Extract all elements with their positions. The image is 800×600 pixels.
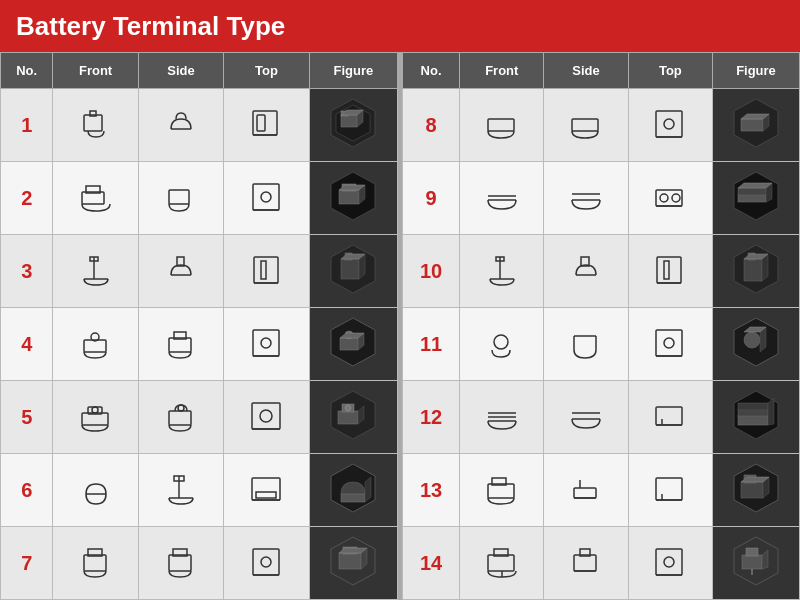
svg-rect-0 — [84, 115, 102, 131]
side-icon-10 — [544, 235, 628, 308]
row-number: 13 — [403, 454, 460, 527]
front-icon-6 — [53, 454, 138, 527]
left-table: No. Front Side Top Figure 1 — [0, 52, 398, 600]
row-number: 11 — [403, 308, 460, 381]
table-row: 12 — [403, 381, 800, 454]
right-header-no: No. — [403, 53, 460, 89]
figure-12 — [712, 381, 799, 454]
right-header-side: Side — [544, 53, 628, 89]
svg-rect-29 — [261, 261, 266, 279]
svg-point-86 — [664, 119, 674, 129]
table-row: 6 — [1, 454, 398, 527]
figure-8 — [712, 89, 799, 162]
table-row: 9 — [403, 162, 800, 235]
page-title: Battery Terminal Type — [16, 11, 285, 42]
table-row: 11 — [403, 308, 800, 381]
side-icon-1 — [138, 89, 223, 162]
svg-rect-102 — [738, 188, 766, 195]
svg-rect-8 — [341, 115, 357, 127]
svg-rect-122 — [656, 330, 682, 356]
front-icon-2 — [53, 162, 138, 235]
side-icon-5 — [138, 381, 223, 454]
row-number: 4 — [1, 308, 53, 381]
table-row: 4 — [1, 308, 398, 381]
svg-rect-73 — [169, 555, 191, 571]
right-header-figure: Figure — [712, 53, 799, 89]
svg-rect-15 — [253, 184, 279, 210]
svg-rect-12 — [82, 192, 104, 204]
svg-point-52 — [178, 405, 184, 411]
svg-rect-144 — [574, 488, 596, 498]
side-icon-4 — [138, 308, 223, 381]
svg-point-118 — [494, 335, 508, 349]
svg-rect-161 — [656, 549, 682, 575]
side-icon-3 — [138, 235, 223, 308]
svg-rect-75 — [253, 549, 279, 575]
figure-9 — [712, 162, 799, 235]
figure-4 — [309, 308, 397, 381]
svg-rect-66 — [256, 492, 276, 498]
front-icon-13 — [460, 454, 544, 527]
row-number: 5 — [1, 381, 53, 454]
side-icon-13 — [544, 454, 628, 527]
svg-rect-79 — [339, 553, 361, 569]
figure-10 — [712, 235, 799, 308]
svg-rect-89 — [741, 119, 763, 131]
svg-point-97 — [660, 194, 668, 202]
figure-7 — [309, 527, 397, 600]
title-bar: Battery Terminal Type — [0, 0, 800, 52]
front-icon-10 — [460, 235, 544, 308]
top-icon-2 — [224, 162, 309, 235]
svg-rect-158 — [574, 555, 596, 571]
top-icon-7 — [224, 527, 309, 600]
svg-rect-111 — [664, 261, 669, 279]
svg-rect-36 — [84, 340, 106, 352]
side-icon-12 — [544, 381, 628, 454]
top-icon-11 — [628, 308, 712, 381]
svg-point-98 — [672, 194, 680, 202]
table-row: 3 — [1, 235, 398, 308]
svg-rect-57 — [338, 411, 358, 424]
side-icon-8 — [544, 89, 628, 162]
svg-rect-134 — [656, 407, 682, 425]
svg-rect-69 — [341, 494, 365, 502]
left-header-top: Top — [224, 53, 309, 89]
table-row: 1 — [1, 89, 398, 162]
row-number: 6 — [1, 454, 53, 527]
svg-point-50 — [92, 407, 98, 413]
svg-rect-142 — [488, 484, 514, 498]
top-icon-6 — [224, 454, 309, 527]
side-icon-14 — [544, 527, 628, 600]
svg-rect-166 — [746, 548, 758, 556]
side-icon-2 — [138, 162, 223, 235]
svg-rect-32 — [341, 259, 359, 279]
top-icon-10 — [628, 235, 712, 308]
svg-rect-138 — [738, 415, 768, 425]
front-icon-4 — [53, 308, 138, 381]
svg-rect-48 — [82, 413, 108, 425]
svg-rect-71 — [84, 555, 106, 571]
top-icon-12 — [628, 381, 712, 454]
svg-marker-104 — [738, 183, 772, 188]
side-icon-6 — [138, 454, 223, 527]
svg-rect-151 — [741, 482, 763, 498]
svg-point-54 — [260, 410, 272, 422]
svg-rect-155 — [488, 555, 514, 571]
front-icon-11 — [460, 308, 544, 381]
figure-5 — [309, 381, 397, 454]
svg-rect-4 — [257, 115, 265, 131]
top-icon-9 — [628, 162, 712, 235]
left-header-no: No. — [1, 53, 53, 89]
top-icon-5 — [224, 381, 309, 454]
right-table: No. Front Side Top Figure 8 — [402, 52, 800, 600]
row-number: 3 — [1, 235, 53, 308]
row-number: 2 — [1, 162, 53, 235]
side-icon-11 — [544, 308, 628, 381]
left-header-figure: Figure — [309, 53, 397, 89]
left-header-side: Side — [138, 53, 223, 89]
svg-point-126 — [744, 332, 760, 348]
row-number: 10 — [403, 235, 460, 308]
top-icon-13 — [628, 454, 712, 527]
svg-point-123 — [664, 338, 674, 348]
figure-13 — [712, 454, 799, 527]
